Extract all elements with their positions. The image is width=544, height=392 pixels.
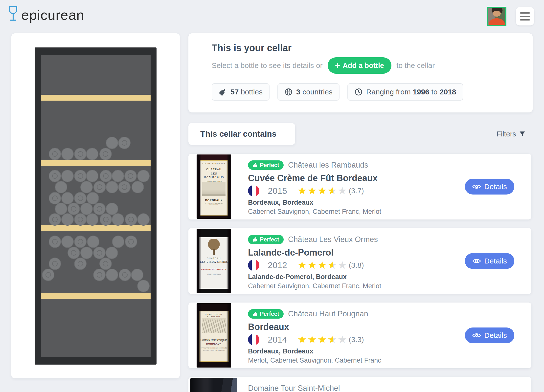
details-button[interactable]: Details	[465, 179, 514, 195]
badge-label: Perfect	[260, 311, 279, 317]
cellar-bottle[interactable]	[106, 247, 118, 259]
cellar-bottle[interactable]	[42, 269, 54, 281]
bottle-label: VIN DE BORDEAUXCHÂTEAULES RAMBAUDSCuvée …	[200, 160, 228, 216]
cellar-bottle[interactable]	[61, 170, 74, 182]
cellar-subtitle: Select a bottle to see its details or + …	[212, 57, 435, 74]
cellar-bottle[interactable]	[86, 148, 98, 160]
details-label: Details	[484, 182, 507, 191]
cellar-bottle[interactable]	[49, 258, 61, 270]
stat-year-range: Ranging from 1996 to 2018	[347, 83, 463, 101]
cellar-bottle[interactable]	[80, 247, 93, 259]
details-button[interactable]: Details	[465, 327, 514, 343]
cellar-visualization-panel	[11, 33, 180, 378]
add-bottle-button[interactable]: + Add a bottle	[328, 57, 392, 74]
cellar-bottle[interactable]	[100, 170, 112, 182]
wine-card[interactable]: Domaine Tour Saint-Michel	[188, 377, 531, 392]
cellar-bottle[interactable]	[125, 236, 137, 248]
cellar-bottle[interactable]	[106, 203, 118, 215]
cellar-bottle[interactable]	[74, 170, 87, 182]
cellar-bottle[interactable]	[137, 213, 150, 226]
eye-icon	[472, 258, 481, 264]
globe-icon	[284, 88, 293, 96]
wine-region: Lalande-de-Pomerol, Bordeaux	[248, 273, 347, 281]
cellar-bottle[interactable]	[61, 148, 74, 160]
cellar-bottle[interactable]	[68, 203, 80, 215]
cellar-bottle[interactable]	[99, 148, 112, 160]
vintage-year: 2015	[268, 186, 287, 196]
eye-icon	[472, 184, 481, 190]
cellar-bottle[interactable]	[131, 269, 143, 281]
cellar-bottle[interactable]	[61, 213, 74, 226]
cellar-bottle[interactable]	[80, 181, 93, 193]
cellar-bottle[interactable]	[61, 192, 74, 204]
hamburger-icon	[520, 12, 530, 14]
cellar-bottle[interactable]	[87, 236, 99, 248]
wine-card[interactable]: CHÂTEAULES VIEUX ORMESLALANDE DE POMEROL…	[188, 228, 531, 294]
hamburger-menu-button[interactable]	[516, 7, 534, 25]
cellar-bottle[interactable]	[49, 236, 61, 248]
list-header-card: This cellar contains	[188, 123, 295, 145]
cellar-bottle[interactable]	[74, 213, 87, 226]
rating-value: (3.8)	[349, 261, 364, 269]
cellar-bottle[interactable]	[93, 181, 106, 193]
cellar-bottle[interactable]	[100, 213, 112, 226]
cellar-bottle[interactable]	[61, 236, 74, 248]
wine-region: Bordeaux, Bordeaux	[248, 348, 313, 355]
badge-label: Perfect	[260, 162, 279, 169]
wine-card[interactable]: GRAND VIN DE BORDEAUXChâteau Haut Pougna…	[188, 303, 531, 368]
cellar-bottle[interactable]	[106, 137, 118, 149]
wine-grapes: Cabernet Sauvignon, Cabernet Franc, Merl…	[248, 208, 381, 216]
wine-card[interactable]: VIN DE BORDEAUXCHÂTEAULES RAMBAUDSCuvée …	[188, 154, 531, 219]
cellar-bottle[interactable]	[137, 170, 150, 182]
cellar-bottle[interactable]	[132, 181, 144, 193]
cellar-bottle[interactable]	[87, 192, 99, 204]
cellar-bottle[interactable]	[112, 213, 124, 226]
cellar-bottle[interactable]	[106, 269, 118, 281]
cellar-shelf	[41, 160, 151, 166]
cellar-bottle[interactable]	[55, 203, 67, 215]
wine-region: Bordeaux, Bordeaux	[248, 199, 313, 206]
cellar-bottle[interactable]	[99, 258, 112, 270]
cellar-bottle[interactable]	[55, 181, 67, 193]
cellar-bottle[interactable]	[93, 247, 106, 259]
bottle-label: GRAND VIN DE BORDEAUXChâteau Haut Pougna…	[199, 311, 229, 362]
cellar-bottle[interactable]	[125, 213, 137, 226]
wine-glass-logo-icon	[7, 4, 19, 24]
filters-button[interactable]: Filters	[497, 127, 526, 141]
star-rating: ★★★★★★	[297, 260, 348, 270]
cellar-bottle[interactable]	[74, 192, 87, 204]
cellar-bottle[interactable]	[86, 213, 98, 226]
cellar-bottle[interactable]	[74, 236, 87, 248]
cellar-bottle[interactable]	[112, 236, 124, 248]
cellar-bottle[interactable]	[93, 203, 106, 215]
winery-name: Château Les Vieux Ormes	[288, 235, 378, 244]
details-button[interactable]: Details	[465, 253, 514, 269]
cellar-bottle[interactable]	[74, 148, 87, 160]
cellar-bottle[interactable]	[119, 269, 131, 281]
thumbs-up-icon	[252, 311, 258, 317]
cellar-bottle[interactable]	[118, 137, 131, 149]
cellar-bottle[interactable]	[86, 170, 98, 182]
cellar-bottle[interactable]	[106, 181, 118, 193]
france-flag-icon	[248, 260, 259, 271]
cellar-bottle[interactable]	[93, 269, 106, 281]
france-flag-icon	[248, 334, 259, 345]
filters-label: Filters	[497, 130, 516, 138]
cellar-bottle[interactable]	[124, 170, 137, 182]
history-icon	[354, 88, 363, 96]
cellar-bottle[interactable]	[49, 213, 61, 226]
cellar-bottle[interactable]	[49, 170, 61, 182]
wine-name: Bordeaux	[248, 322, 289, 332]
cellar-bottle[interactable]	[137, 280, 150, 292]
cellar-bottle[interactable]	[112, 170, 124, 182]
winery-name: Château Haut Pougnan	[288, 309, 368, 318]
thumbs-up-icon	[252, 163, 258, 168]
cellar-bottle[interactable]	[68, 247, 80, 259]
cellar-bottle[interactable]	[49, 148, 61, 160]
cellar-bottle[interactable]	[49, 192, 61, 204]
user-avatar[interactable]	[487, 7, 506, 26]
cellar-bottle[interactable]	[118, 181, 131, 193]
wine-grapes: Merlot, Cabernet Sauvignon, Cabernet Fra…	[248, 357, 381, 364]
badge-label: Perfect	[260, 236, 279, 243]
cellar-bottle[interactable]	[74, 258, 87, 270]
